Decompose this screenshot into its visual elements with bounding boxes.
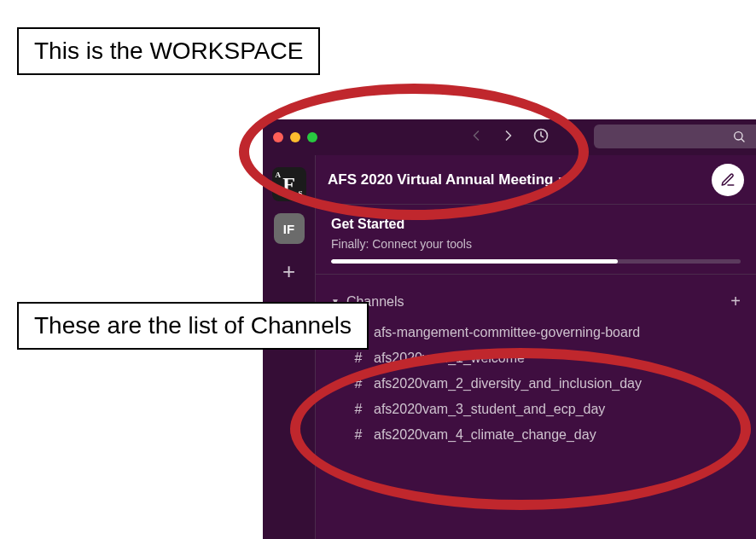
hash-icon: # — [352, 376, 365, 391]
workspace-icon[interactable]: A F S — [272, 167, 306, 201]
channel-name: afs-mangement-committee-governing-board — [374, 325, 640, 340]
channels-section: ▼ Channels + afs-mangement-committee-gov… — [316, 275, 756, 448]
chevron-down-icon: ▾ — [559, 174, 564, 185]
channel-item[interactable]: afs-mangement-committee-governing-board — [328, 320, 744, 345]
window-minimize-button[interactable] — [290, 132, 300, 142]
channels-section-header[interactable]: ▼ Channels + — [328, 288, 744, 315]
sidebar: AFS 2020 Virtual Annual Meeting ▾ Get St… — [316, 155, 756, 539]
compose-icon — [720, 172, 736, 188]
get-started-progress — [331, 259, 741, 264]
compose-button[interactable] — [712, 164, 744, 196]
annotation-workspace-label: This is the WORKSPACE — [17, 27, 320, 75]
channel-name: afs2020vam_3_student_and_ecp_day — [374, 402, 605, 417]
workspace-icon-corner-s: S — [298, 189, 302, 198]
channel-name: afs2020vam_1_welcome — [374, 351, 525, 366]
annotation-channels-label: These are the list of Channels — [17, 302, 369, 350]
get-started-section: Get Started Finally: Connect your tools — [316, 205, 756, 275]
workspace-name-text: AFS 2020 Virtual Annual Meeting — [328, 171, 554, 188]
window-controls — [273, 132, 317, 142]
get-started-title: Get Started — [331, 217, 741, 232]
channel-name: afs2020vam_4_climate_change_day — [374, 427, 596, 443]
channel-item[interactable]: #afs2020vam_3_student_and_ecp_day — [328, 397, 744, 422]
search-icon — [732, 130, 746, 143]
svg-line-2 — [741, 139, 744, 142]
nav-controls — [468, 127, 550, 148]
user-initials-badge[interactable]: IF — [274, 213, 305, 244]
workspace-icon-letter: F — [282, 174, 295, 194]
channel-list: afs-mangement-committee-governing-board#… — [328, 320, 744, 448]
nav-forward-button[interactable] — [500, 127, 517, 148]
hash-icon: # — [352, 402, 365, 417]
titlebar — [263, 119, 756, 155]
search-input[interactable] — [594, 125, 756, 148]
window-zoom-button[interactable] — [307, 132, 317, 142]
window-close-button[interactable] — [273, 132, 283, 142]
history-button[interactable] — [532, 127, 550, 148]
workspace-header: AFS 2020 Virtual Annual Meeting ▾ — [316, 155, 756, 205]
workspace-icon-corner-a: A — [276, 171, 282, 179]
get-started-progress-fill — [331, 259, 618, 264]
get-started-subtitle: Finally: Connect your tools — [331, 237, 741, 251]
channel-name: afs2020vam_2_diversity_and_inclusion_day — [374, 376, 642, 391]
channel-item[interactable]: #afs2020vam_1_welcome — [328, 345, 744, 371]
nav-back-button[interactable] — [468, 127, 485, 148]
add-workspace-button[interactable]: + — [274, 256, 305, 287]
channel-item[interactable]: #afs2020vam_2_diversity_and_inclusion_da… — [328, 371, 744, 397]
add-channel-button[interactable]: + — [730, 292, 741, 311]
workspace-name-button[interactable]: AFS 2020 Virtual Annual Meeting ▾ — [328, 171, 564, 188]
channel-item[interactable]: #afs2020vam_4_climate_change_day — [328, 422, 744, 448]
hash-icon: # — [352, 427, 365, 443]
hash-icon: # — [352, 351, 365, 366]
